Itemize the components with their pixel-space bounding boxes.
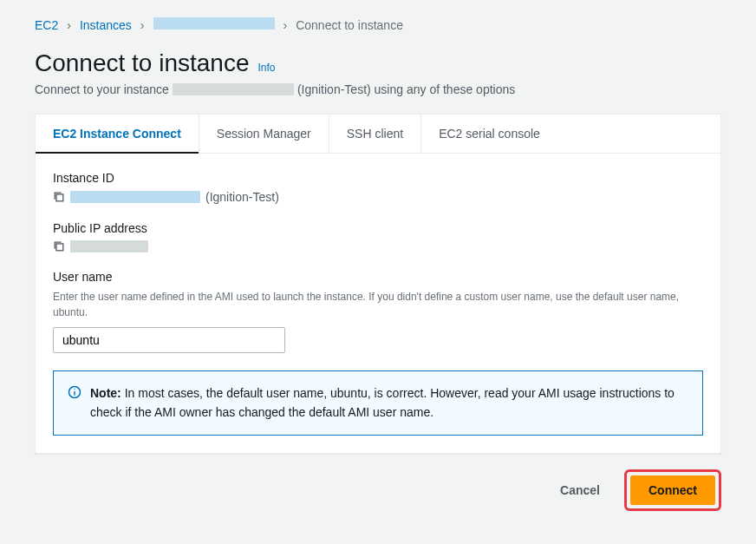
breadcrumb-current: Connect to instance <box>296 18 403 32</box>
tab-bar: EC2 Instance Connect Session Manager SSH… <box>36 115 720 154</box>
footer-actions: Cancel Connect <box>35 469 721 511</box>
svg-point-4 <box>74 389 75 390</box>
instance-id-suffix: (Ignition-Test) <box>205 190 279 204</box>
field-public-ip: Public IP address <box>53 221 703 252</box>
field-username: User name Enter the user name defined in… <box>53 270 703 353</box>
username-label: User name <box>53 270 703 284</box>
chevron-right-icon: › <box>284 18 288 32</box>
page-subtitle: Connect to your instance (Ignition-Test)… <box>35 82 721 96</box>
username-input[interactable] <box>53 327 285 353</box>
subtitle-prefix: Connect to your instance <box>35 82 169 96</box>
chevron-right-icon: › <box>67 18 71 32</box>
connect-button[interactable]: Connect <box>630 475 715 505</box>
info-icon <box>68 385 81 399</box>
field-instance-id: Instance ID (Ignition-Test) <box>53 171 703 204</box>
note-box: Note: In most cases, the default user na… <box>53 370 703 436</box>
note-label: Note: <box>90 386 121 400</box>
svg-rect-1 <box>56 244 63 251</box>
tab-ec2-serial-console[interactable]: EC2 serial console <box>421 115 557 153</box>
info-link[interactable]: Info <box>257 62 275 74</box>
breadcrumb: EC2 › Instances › › Connect to instance <box>35 17 721 32</box>
page-header: Connect to instance Info <box>35 49 721 77</box>
connect-highlight: Connect <box>624 469 721 511</box>
subtitle-suffix: (Ignition-Test) using any of these optio… <box>297 82 515 96</box>
copy-icon[interactable] <box>53 240 65 252</box>
redacted-instance-id <box>173 83 294 95</box>
connect-panel: EC2 Instance Connect Session Manager SSH… <box>35 114 721 454</box>
public-ip-label: Public IP address <box>53 221 703 235</box>
tab-ec2-instance-connect[interactable]: EC2 Instance Connect <box>36 115 199 153</box>
redacted-public-ip-value <box>70 240 148 252</box>
page-title: Connect to instance <box>35 49 250 76</box>
panel-body: Instance ID (Ignition-Test) Public IP ad… <box>36 154 720 453</box>
note-text: Note: In most cases, the default user na… <box>90 383 688 423</box>
redacted-instance-id <box>153 17 275 29</box>
chevron-right-icon: › <box>140 18 145 32</box>
instance-id-label: Instance ID <box>53 171 703 185</box>
breadcrumb-ec2[interactable]: EC2 <box>35 18 58 32</box>
cancel-button[interactable]: Cancel <box>546 476 614 504</box>
breadcrumb-instances[interactable]: Instances <box>80 18 132 32</box>
svg-rect-0 <box>56 194 63 201</box>
tab-ssh-client[interactable]: SSH client <box>329 115 421 153</box>
username-help-text: Enter the user name defined in the AMI u… <box>53 289 703 320</box>
breadcrumb-instance-id[interactable] <box>153 17 275 32</box>
copy-icon[interactable] <box>53 191 65 203</box>
redacted-instance-id-value <box>70 191 200 203</box>
tab-session-manager[interactable]: Session Manager <box>199 115 329 153</box>
note-body: In most cases, the default user name, ub… <box>90 386 675 419</box>
